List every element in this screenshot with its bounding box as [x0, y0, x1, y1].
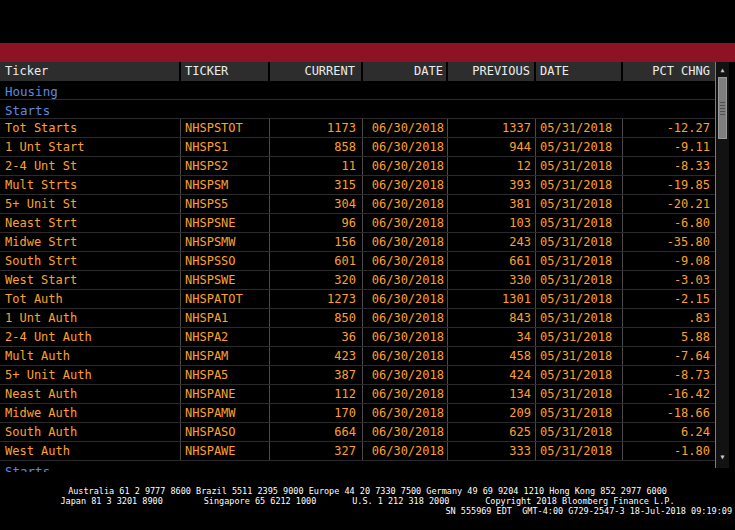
- ticker-cell: NHSPAMW: [181, 404, 270, 422]
- previous-cell: 424: [448, 366, 536, 384]
- table-row[interactable]: Neast Strt NHSPSNE 96 06/30/2018 103 05/…: [0, 214, 715, 233]
- table-row[interactable]: Midwe Auth NHSPAMW 170 06/30/2018 209 05…: [0, 404, 715, 423]
- table-row[interactable]: Mult Auth NHSPAM 423 06/30/2018 458 05/3…: [0, 347, 715, 366]
- table-row[interactable]: South Auth NHSPASO 664 06/30/2018 625 05…: [0, 423, 715, 442]
- table-row[interactable]: 5+ Unit St NHSPS5 304 06/30/2018 381 05/…: [0, 195, 715, 214]
- table-row[interactable]: Midwe Strt NHSPSMW 156 06/30/2018 243 05…: [0, 233, 715, 252]
- current-cell: 327: [270, 442, 363, 460]
- column-header-current[interactable]: CURRENT: [270, 62, 363, 81]
- title-bar: RESIDENTIAL CONSTRUCTION: [0, 43, 735, 62]
- table-row[interactable]: Tot Starts NHSPSTOT 1173 06/30/2018 1337…: [0, 119, 715, 138]
- scroll-up-icon[interactable]: ▲: [716, 66, 729, 74]
- pct-chng-cell: -6.80: [623, 214, 715, 232]
- section-link[interactable]: Starts: [0, 463, 50, 472]
- ticker-cell: NHSPSWE: [181, 271, 270, 289]
- table-row[interactable]: 5+ Unit Auth NHSPA5 387 06/30/2018 424 0…: [0, 366, 715, 385]
- pct-chng-cell: -8.33: [623, 157, 715, 175]
- previous-date-cell: 05/31/2018: [536, 328, 623, 346]
- date-cell: 06/30/2018: [363, 404, 448, 422]
- name-cell: South Strt: [0, 252, 181, 270]
- previous-cell: 34: [448, 328, 536, 346]
- previous-cell: 393: [448, 176, 536, 194]
- date-cell: 06/30/2018: [363, 119, 448, 137]
- current-cell: 170: [270, 404, 363, 422]
- ticker-cell: NHSPAM: [181, 347, 270, 365]
- previous-date-cell: 05/31/2018: [536, 442, 623, 460]
- previous-cell: 458: [448, 347, 536, 365]
- current-cell: 320: [270, 271, 363, 289]
- column-header-date[interactable]: DATE: [363, 62, 448, 81]
- column-header-previous-date[interactable]: DATE: [536, 62, 623, 81]
- table-row[interactable]: Tot Auth NHSPATOT 1273 06/30/2018 1301 0…: [0, 290, 715, 309]
- previous-date-cell: 05/31/2018: [536, 385, 623, 403]
- ticker-cell: NHSPASO: [181, 423, 270, 441]
- date-cell: 06/30/2018: [363, 233, 448, 251]
- pct-chng-cell: -3.03: [623, 271, 715, 289]
- table-row[interactable]: 2-4 Unt Auth NHSPA2 36 06/30/2018 34 05/…: [0, 328, 715, 347]
- previous-cell: 843: [448, 309, 536, 327]
- previous-cell: 381: [448, 195, 536, 213]
- previous-date-cell: 05/31/2018: [536, 404, 623, 422]
- column-header-pct-chng[interactable]: PCT CHNG: [623, 62, 715, 81]
- current-cell: 601: [270, 252, 363, 270]
- current-cell: 1273: [270, 290, 363, 308]
- previous-date-cell: 05/31/2018: [536, 423, 623, 441]
- ticker-cell: NHSPATOT: [181, 290, 270, 308]
- name-cell: 5+ Unit St: [0, 195, 181, 213]
- date-cell: 06/30/2018: [363, 195, 448, 213]
- section-link-row: Starts: [0, 100, 715, 119]
- previous-cell: 209: [448, 404, 536, 422]
- ticker-cell: NHSPA2: [181, 328, 270, 346]
- date-cell: 06/30/2018: [363, 442, 448, 460]
- previous-date-cell: 05/31/2018: [536, 290, 623, 308]
- current-cell: 304: [270, 195, 363, 213]
- section-link-row: Starts: [0, 461, 715, 472]
- name-cell: Mult Auth: [0, 347, 181, 365]
- ticker-cell: NHSPSM: [181, 176, 270, 194]
- previous-cell: 103: [448, 214, 536, 232]
- name-cell: 2-4 Unt Auth: [0, 328, 181, 346]
- ticker-cell: NHSPS5: [181, 195, 270, 213]
- date-cell: 06/30/2018: [363, 176, 448, 194]
- table-row[interactable]: West Auth NHSPAWE 327 06/30/2018 333 05/…: [0, 442, 715, 461]
- date-cell: 06/30/2018: [363, 138, 448, 156]
- current-cell: 36: [270, 328, 363, 346]
- table-row[interactable]: 2-4 Unt St NHSPS2 11 06/30/2018 12 05/31…: [0, 157, 715, 176]
- column-header-ticker-name[interactable]: Ticker: [0, 62, 181, 81]
- section-link[interactable]: Housing: [0, 83, 58, 101]
- pct-chng-cell: -18.66: [623, 404, 715, 422]
- table-row[interactable]: 1 Unt Start NHSPS1 858 06/30/2018 944 05…: [0, 138, 715, 157]
- previous-cell: 661: [448, 252, 536, 270]
- scrollbar[interactable]: ▲ ▼: [715, 62, 729, 468]
- current-cell: 858: [270, 138, 363, 156]
- current-cell: 1173: [270, 119, 363, 137]
- section-link[interactable]: Starts: [0, 102, 50, 120]
- scroll-down-icon[interactable]: ▼: [716, 453, 729, 461]
- footer-contact-line-2: Japan 81 3 3201 8900 Singapore 65 6212 1…: [0, 496, 735, 506]
- previous-date-cell: 05/31/2018: [536, 366, 623, 384]
- column-header-previous[interactable]: PREVIOUS: [448, 62, 536, 81]
- table-row[interactable]: West Start NHSPSWE 320 06/30/2018 330 05…: [0, 271, 715, 290]
- previous-cell: 1301: [448, 290, 536, 308]
- bloomberg-terminal-screen: RESIDENTIAL CONSTRUCTION Ticker TICKER C…: [0, 0, 735, 530]
- name-cell: West Start: [0, 271, 181, 289]
- previous-cell: 944: [448, 138, 536, 156]
- table-row[interactable]: Neast Auth NHSPANE 112 06/30/2018 134 05…: [0, 385, 715, 404]
- table-row[interactable]: South Strt NHSPSSO 601 06/30/2018 661 05…: [0, 252, 715, 271]
- name-cell: 5+ Unit Auth: [0, 366, 181, 384]
- previous-date-cell: 05/31/2018: [536, 347, 623, 365]
- previous-date-cell: 05/31/2018: [536, 271, 623, 289]
- date-cell: 06/30/2018: [363, 385, 448, 403]
- name-cell: Tot Auth: [0, 290, 181, 308]
- scrollbar-thumb[interactable]: [718, 77, 727, 139]
- table-row[interactable]: Mult Strts NHSPSM 315 06/30/2018 393 05/…: [0, 176, 715, 195]
- column-header-ticker[interactable]: TICKER: [181, 62, 270, 81]
- table-row[interactable]: 1 Unt Auth NHSPA1 850 06/30/2018 843 05/…: [0, 309, 715, 328]
- current-cell: 850: [270, 309, 363, 327]
- date-cell: 06/30/2018: [363, 309, 448, 327]
- pct-chng-cell: -9.11: [623, 138, 715, 156]
- previous-date-cell: 05/31/2018: [536, 157, 623, 175]
- previous-cell: 12: [448, 157, 536, 175]
- current-cell: 112: [270, 385, 363, 403]
- name-cell: 1 Unt Auth: [0, 309, 181, 327]
